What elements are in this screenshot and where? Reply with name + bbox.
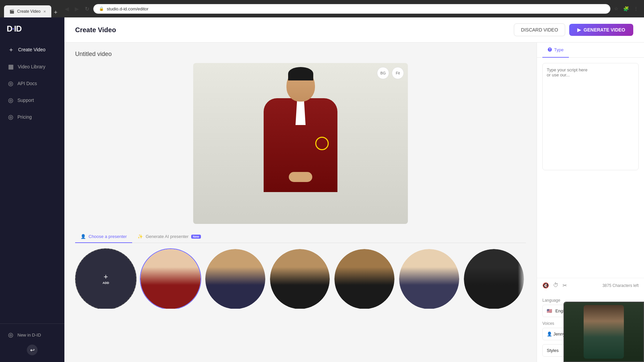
sidebar-item-video-library[interactable]: ▦ Video Library [4, 59, 60, 74]
ai-icon: ✨ [138, 234, 143, 239]
presenter-thumb-6[interactable] [463, 248, 525, 309]
bookmark-btn[interactable]: ☆ [612, 5, 620, 13]
preview-controls: BG Fit [377, 67, 404, 79]
logo-text: D·ID [7, 24, 21, 34]
settings-btn[interactable]: ⋮ [632, 5, 640, 13]
panel-icons: 🔇 ⏱ ✂ [542, 282, 567, 289]
hq-badge: HQ [324, 250, 329, 253]
browser-chrome: 🎬 Create Video ✕ + ◀ ▶ ↻ 🔒 studio.d-id.c… [0, 0, 644, 17]
reload-nav-btn[interactable]: ↻ [83, 4, 91, 13]
fit-label: Fit [396, 71, 400, 75]
add-icon: + ADD [103, 273, 109, 285]
panel-tabs: 🅣 Type [537, 43, 644, 58]
type-icon: 🅣 [548, 47, 552, 52]
sidebar-item-label: Support [17, 98, 34, 103]
panel-controls: 🔇 ⏱ ✂ 3875 Characters left [542, 282, 639, 289]
presenter-thumb-2[interactable]: HQ [205, 248, 266, 309]
main-area: Create Video DISCARD VIDEO ▶ GENERATE VI… [64, 17, 644, 362]
presenter-figure [193, 63, 408, 224]
bg-control-btn[interactable]: BG [377, 67, 389, 79]
create-video-icon: ＋ [8, 46, 14, 54]
video-editing-area: Untitled video [64, 43, 537, 362]
presenter-thumb-5[interactable] [398, 248, 460, 309]
presenter-thumb-1[interactable]: HQ [140, 248, 201, 309]
generate-video-button[interactable]: ▶ GENERATE VIDEO [569, 24, 633, 36]
support-icon: ◎ [8, 97, 13, 104]
tab-favicon: 🎬 [9, 9, 14, 14]
sidebar-logo: D·ID [0, 17, 64, 42]
sidebar-item-support[interactable]: ◎ Support [4, 93, 60, 108]
tab-type[interactable]: 🅣 Type [542, 43, 569, 58]
add-presenter-btn[interactable]: + ADD [75, 248, 137, 309]
presenter-grid: + ADD HQ [75, 248, 526, 309]
voice-icon: 👤 [547, 331, 552, 337]
presenter-selector: 👤 Choose a presenter ✨ Generate AI prese… [75, 231, 526, 309]
tab-title: Create Video [17, 9, 41, 14]
address-bar[interactable]: 🔒 studio.d-id.com/editor [93, 4, 610, 14]
webcam-content [564, 302, 643, 361]
hq-badge: HQ [388, 250, 394, 253]
hq-badge: HQ [194, 250, 200, 253]
sidebar-item-label: Create Video [18, 47, 45, 52]
presenter-body [264, 98, 337, 192]
header-actions: DISCARD VIDEO ▶ GENERATE VIDEO [514, 23, 633, 36]
video-library-icon: ▦ [8, 63, 14, 70]
timer-icon[interactable]: ⏱ [553, 282, 558, 289]
nav-actions: ☆ 🧩 ⋮ [612, 5, 640, 13]
video-title[interactable]: Untitled video [75, 51, 526, 58]
selector-tabs: 👤 Choose a presenter ✨ Generate AI prese… [75, 231, 526, 243]
active-tab[interactable]: 🎬 Create Video ✕ [4, 5, 51, 17]
new-in-did-icon: ◎ [8, 331, 13, 339]
webcam-person-figure [584, 305, 624, 359]
sidebar-item-pricing[interactable]: ◎ Pricing [4, 109, 60, 125]
sidebar-item-new-in-did[interactable]: ◎ New in D-ID [4, 328, 60, 342]
main-header: Create Video DISCARD VIDEO ▶ GENERATE VI… [64, 17, 644, 43]
tab-choose-presenter[interactable]: 👤 Choose a presenter [75, 231, 132, 243]
app: D·ID ＋ Create Video ▦ Video Library ◎ AP… [0, 17, 644, 362]
hq-badge: HQ [259, 250, 265, 253]
script-textarea[interactable] [542, 63, 639, 170]
sidebar-item-label: Video Library [18, 64, 45, 69]
text-area-panel [537, 58, 644, 278]
back-icon: ↩ [30, 347, 35, 353]
content-area: Untitled video [64, 43, 644, 362]
sidebar-item-label: API Docs [17, 81, 37, 86]
new-tab-btn[interactable]: + [51, 8, 60, 17]
tab-close-btn[interactable]: ✕ [43, 10, 46, 13]
generate-icon: ▶ [577, 27, 581, 33]
back-nav-btn[interactable]: ◀ [63, 4, 71, 13]
presenter-head [286, 70, 315, 102]
caption-icon[interactable]: ✂ [562, 282, 567, 289]
sidebar-item-create-video[interactable]: ＋ Create Video [4, 42, 60, 58]
mute-icon[interactable]: 🔇 [542, 282, 549, 289]
pricing-icon: ◎ [8, 113, 13, 121]
panel-bottom: 🔇 ⏱ ✂ 3875 Characters left [537, 278, 644, 293]
webcam-overlay [564, 302, 644, 362]
fit-control-btn[interactable]: Fit [392, 67, 404, 79]
extensions-btn[interactable]: 🧩 [622, 5, 631, 13]
url-text: studio.d-id.com/editor [107, 6, 148, 11]
forward-nav-btn[interactable]: ▶ [73, 4, 81, 13]
presenter-grid-wrapper: + ADD HQ [75, 248, 526, 309]
sidebar-bottom: ◎ New in D-ID ↩ [0, 323, 64, 362]
lock-icon: 🔒 [99, 6, 104, 11]
presenter-thumb-4[interactable]: HQ [334, 248, 395, 309]
sidebar-bottom-label: New in D-ID [17, 333, 41, 338]
flag-icon: 🇺🇸 [547, 308, 552, 313]
api-docs-icon: ◎ [8, 80, 13, 87]
chars-left-display: 3875 Characters left [602, 283, 639, 288]
sidebar: D·ID ＋ Create Video ▦ Video Library ◎ AP… [0, 17, 64, 362]
presenter-thumb-3[interactable]: HQ [269, 248, 331, 309]
sidebar-back-btn[interactable]: ↩ [27, 345, 38, 355]
bg-label: BG [380, 71, 386, 75]
sidebar-item-label: Pricing [17, 114, 32, 120]
sidebar-item-api-docs[interactable]: ◎ API Docs [4, 76, 60, 91]
person-icon: 👤 [80, 234, 86, 239]
browser-tabs: 🎬 Create Video ✕ + [4, 0, 60, 17]
video-preview: BG Fit [193, 63, 408, 224]
new-badge: New [191, 235, 201, 239]
page-title: Create Video [75, 26, 116, 34]
tab-generate-presenter[interactable]: ✨ Generate AI presenter New [132, 231, 206, 243]
discard-video-button[interactable]: DISCARD VIDEO [514, 23, 565, 36]
sidebar-nav: ＋ Create Video ▦ Video Library ◎ API Doc… [0, 42, 64, 323]
